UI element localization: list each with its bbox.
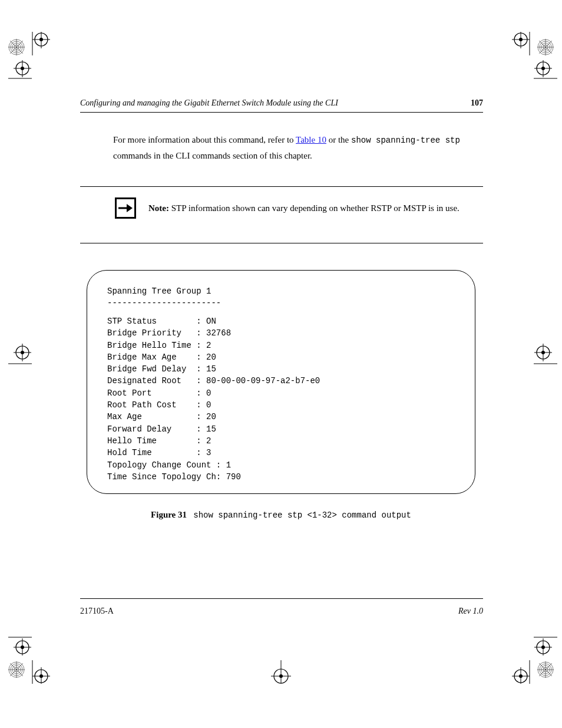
figure-caption-text: show spanning-tree stp <1-32> command ou… xyxy=(193,510,411,520)
paragraph-mid: or the xyxy=(326,135,351,144)
crop-target-icon xyxy=(31,660,51,684)
crop-target-icon xyxy=(271,660,291,684)
footer-right: Rev 1.0 xyxy=(458,607,483,615)
crop-target-icon xyxy=(8,342,28,365)
registration-spiro-icon xyxy=(537,39,554,55)
paragraph-post: commands in the CLI commands section of … xyxy=(113,151,312,160)
crop-target-icon xyxy=(511,32,531,55)
registration-spiro-icon xyxy=(8,39,25,55)
registration-spiro-icon xyxy=(537,661,554,678)
paragraph-pre: For more information about this command,… xyxy=(113,135,296,144)
figure-caption-label: Figure 31 xyxy=(151,510,187,519)
command-text: show spanning-tree stp xyxy=(351,136,460,145)
table-link[interactable]: Table 10 xyxy=(296,135,326,144)
cli-output-title: Spanning Tree Group 1 ------------------… xyxy=(107,286,221,309)
note-rule-bottom xyxy=(80,243,483,243)
crop-target-icon xyxy=(534,635,554,659)
crop-target-icon xyxy=(534,60,554,84)
cli-output-body: STP Status : ON Bridge Priority : 32768 … xyxy=(107,315,320,483)
cli-output-figure: Spanning Tree Group 1 ------------------… xyxy=(87,270,475,494)
crop-target-icon xyxy=(511,660,531,684)
note-arrow-icon xyxy=(115,197,136,219)
running-header-text: Configuring and managing the Gigabit Eth… xyxy=(80,98,338,107)
note-body: STP information shown can vary depending… xyxy=(169,203,459,213)
page-number: 107 xyxy=(471,99,483,107)
note-label: Note: xyxy=(148,203,169,213)
note-rule-top xyxy=(80,186,483,187)
crop-target-icon xyxy=(31,32,51,55)
body-paragraph: For more information about this command,… xyxy=(113,132,468,163)
note-text: Note: STP information shown can vary dep… xyxy=(148,200,468,216)
registration-spiro-icon xyxy=(8,661,25,678)
crop-target-icon xyxy=(8,60,28,84)
figure-caption: Figure 31 show spanning-tree stp <1-32> … xyxy=(0,510,562,519)
header-rule xyxy=(80,112,483,113)
running-header: Configuring and managing the Gigabit Eth… xyxy=(80,99,483,107)
page-footer: 217105-A Rev 1.0 xyxy=(80,607,483,615)
svg-marker-87 xyxy=(127,204,133,212)
footer-rule xyxy=(80,598,483,599)
crop-target-icon xyxy=(8,635,28,659)
footer-left: 217105-A xyxy=(80,607,114,615)
crop-target-icon xyxy=(534,342,554,365)
